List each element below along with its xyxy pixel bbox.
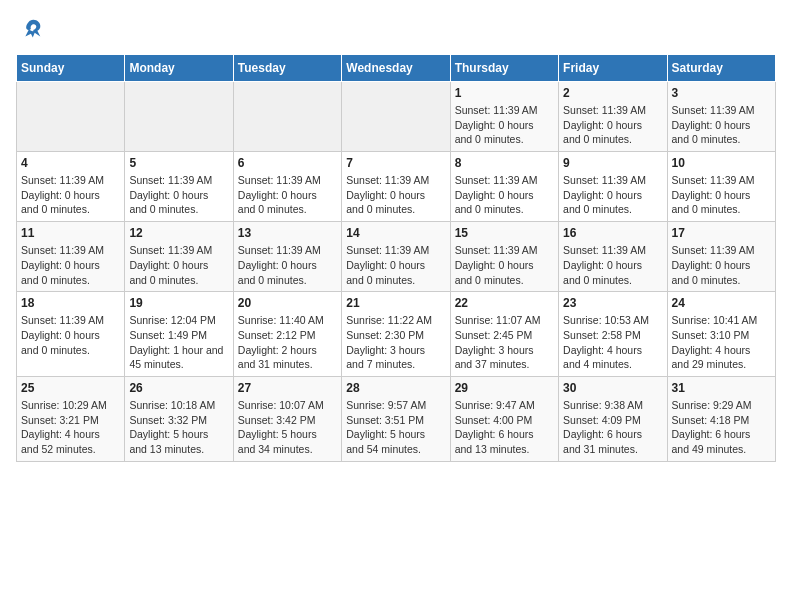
- calendar-cell: 13Sunset: 11:39 AM Daylight: 0 hours and…: [233, 222, 341, 292]
- day-number: 7: [346, 156, 445, 170]
- day-info: Sunrise: 11:07 AM Sunset: 2:45 PM Daylig…: [455, 313, 554, 372]
- day-of-week-header: Wednesday: [342, 55, 450, 82]
- calendar-table: SundayMondayTuesdayWednesdayThursdayFrid…: [16, 54, 776, 462]
- day-info: Sunset: 11:39 AM Daylight: 0 hours and 0…: [563, 173, 662, 217]
- calendar-week-row: 18Sunset: 11:39 AM Daylight: 0 hours and…: [17, 292, 776, 377]
- calendar-cell: 7Sunset: 11:39 AM Daylight: 0 hours and …: [342, 152, 450, 222]
- day-info: Sunset: 11:39 AM Daylight: 0 hours and 0…: [455, 173, 554, 217]
- day-info: Sunset: 11:39 AM Daylight: 0 hours and 0…: [672, 243, 771, 287]
- day-info: Sunset: 11:39 AM Daylight: 0 hours and 0…: [238, 243, 337, 287]
- calendar-week-row: 11Sunset: 11:39 AM Daylight: 0 hours and…: [17, 222, 776, 292]
- calendar-cell: [17, 82, 125, 152]
- calendar-cell: 18Sunset: 11:39 AM Daylight: 0 hours and…: [17, 292, 125, 377]
- day-info: Sunrise: 9:47 AM Sunset: 4:00 PM Dayligh…: [455, 398, 554, 457]
- day-number: 21: [346, 296, 445, 310]
- logo: [16, 16, 48, 44]
- day-number: 11: [21, 226, 120, 240]
- day-number: 18: [21, 296, 120, 310]
- day-number: 12: [129, 226, 228, 240]
- day-number: 29: [455, 381, 554, 395]
- day-number: 17: [672, 226, 771, 240]
- calendar-week-row: 1Sunset: 11:39 AM Daylight: 0 hours and …: [17, 82, 776, 152]
- day-info: Sunset: 11:39 AM Daylight: 0 hours and 0…: [129, 243, 228, 287]
- calendar-cell: 8Sunset: 11:39 AM Daylight: 0 hours and …: [450, 152, 558, 222]
- day-info: Sunset: 11:39 AM Daylight: 0 hours and 0…: [21, 173, 120, 217]
- day-number: 20: [238, 296, 337, 310]
- day-number: 16: [563, 226, 662, 240]
- day-info: Sunrise: 11:22 AM Sunset: 2:30 PM Daylig…: [346, 313, 445, 372]
- day-of-week-header: Friday: [559, 55, 667, 82]
- day-info: Sunrise: 10:41 AM Sunset: 3:10 PM Daylig…: [672, 313, 771, 372]
- day-of-week-header: Saturday: [667, 55, 775, 82]
- calendar-week-row: 4Sunset: 11:39 AM Daylight: 0 hours and …: [17, 152, 776, 222]
- calendar-week-row: 25Sunrise: 10:29 AM Sunset: 3:21 PM Dayl…: [17, 376, 776, 461]
- day-number: 25: [21, 381, 120, 395]
- day-info: Sunset: 11:39 AM Daylight: 0 hours and 0…: [672, 173, 771, 217]
- day-info: Sunset: 11:39 AM Daylight: 0 hours and 0…: [21, 243, 120, 287]
- calendar-cell: 22Sunrise: 11:07 AM Sunset: 2:45 PM Dayl…: [450, 292, 558, 377]
- day-number: 28: [346, 381, 445, 395]
- calendar-cell: 12Sunset: 11:39 AM Daylight: 0 hours and…: [125, 222, 233, 292]
- day-number: 5: [129, 156, 228, 170]
- calendar-cell: 15Sunset: 11:39 AM Daylight: 0 hours and…: [450, 222, 558, 292]
- day-info: Sunset: 11:39 AM Daylight: 0 hours and 0…: [672, 103, 771, 147]
- day-number: 27: [238, 381, 337, 395]
- calendar-cell: 23Sunrise: 10:53 AM Sunset: 2:58 PM Dayl…: [559, 292, 667, 377]
- day-info: Sunset: 11:39 AM Daylight: 0 hours and 0…: [563, 243, 662, 287]
- day-info: Sunrise: 10:29 AM Sunset: 3:21 PM Daylig…: [21, 398, 120, 457]
- calendar-cell: 19Sunrise: 12:04 PM Sunset: 1:49 PM Dayl…: [125, 292, 233, 377]
- day-number: 24: [672, 296, 771, 310]
- calendar-cell: 17Sunset: 11:39 AM Daylight: 0 hours and…: [667, 222, 775, 292]
- day-number: 6: [238, 156, 337, 170]
- page-header: [16, 16, 776, 44]
- calendar-cell: [233, 82, 341, 152]
- day-info: Sunset: 11:39 AM Daylight: 0 hours and 0…: [238, 173, 337, 217]
- day-number: 14: [346, 226, 445, 240]
- calendar-cell: 21Sunrise: 11:22 AM Sunset: 2:30 PM Dayl…: [342, 292, 450, 377]
- day-info: Sunset: 11:39 AM Daylight: 0 hours and 0…: [346, 173, 445, 217]
- day-of-week-header: Tuesday: [233, 55, 341, 82]
- calendar-cell: 4Sunset: 11:39 AM Daylight: 0 hours and …: [17, 152, 125, 222]
- calendar-cell: 27Sunrise: 10:07 AM Sunset: 3:42 PM Dayl…: [233, 376, 341, 461]
- calendar-cell: 11Sunset: 11:39 AM Daylight: 0 hours and…: [17, 222, 125, 292]
- calendar-cell: 1Sunset: 11:39 AM Daylight: 0 hours and …: [450, 82, 558, 152]
- day-number: 4: [21, 156, 120, 170]
- calendar-cell: 26Sunrise: 10:18 AM Sunset: 3:32 PM Dayl…: [125, 376, 233, 461]
- calendar-cell: 29Sunrise: 9:47 AM Sunset: 4:00 PM Dayli…: [450, 376, 558, 461]
- calendar-cell: 3Sunset: 11:39 AM Daylight: 0 hours and …: [667, 82, 775, 152]
- day-number: 3: [672, 86, 771, 100]
- day-number: 10: [672, 156, 771, 170]
- day-info: Sunrise: 12:04 PM Sunset: 1:49 PM Daylig…: [129, 313, 228, 372]
- day-number: 2: [563, 86, 662, 100]
- day-info: Sunset: 11:39 AM Daylight: 0 hours and 0…: [455, 103, 554, 147]
- calendar-cell: 28Sunrise: 9:57 AM Sunset: 3:51 PM Dayli…: [342, 376, 450, 461]
- calendar-cell: 24Sunrise: 10:41 AM Sunset: 3:10 PM Dayl…: [667, 292, 775, 377]
- calendar-cell: 25Sunrise: 10:29 AM Sunset: 3:21 PM Dayl…: [17, 376, 125, 461]
- calendar-cell: 30Sunrise: 9:38 AM Sunset: 4:09 PM Dayli…: [559, 376, 667, 461]
- day-info: Sunrise: 10:18 AM Sunset: 3:32 PM Daylig…: [129, 398, 228, 457]
- day-info: Sunrise: 10:53 AM Sunset: 2:58 PM Daylig…: [563, 313, 662, 372]
- calendar-header-row: SundayMondayTuesdayWednesdayThursdayFrid…: [17, 55, 776, 82]
- day-number: 9: [563, 156, 662, 170]
- day-of-week-header: Monday: [125, 55, 233, 82]
- day-info: Sunset: 11:39 AM Daylight: 0 hours and 0…: [455, 243, 554, 287]
- day-number: 30: [563, 381, 662, 395]
- day-of-week-header: Thursday: [450, 55, 558, 82]
- day-info: Sunrise: 9:57 AM Sunset: 3:51 PM Dayligh…: [346, 398, 445, 457]
- day-number: 13: [238, 226, 337, 240]
- calendar-cell: 6Sunset: 11:39 AM Daylight: 0 hours and …: [233, 152, 341, 222]
- day-info: Sunset: 11:39 AM Daylight: 0 hours and 0…: [346, 243, 445, 287]
- day-info: Sunset: 11:39 AM Daylight: 0 hours and 0…: [563, 103, 662, 147]
- calendar-cell: 31Sunrise: 9:29 AM Sunset: 4:18 PM Dayli…: [667, 376, 775, 461]
- day-info: Sunrise: 9:29 AM Sunset: 4:18 PM Dayligh…: [672, 398, 771, 457]
- calendar-cell: 20Sunrise: 11:40 AM Sunset: 2:12 PM Dayl…: [233, 292, 341, 377]
- day-info: Sunset: 11:39 AM Daylight: 0 hours and 0…: [129, 173, 228, 217]
- day-info: Sunrise: 9:38 AM Sunset: 4:09 PM Dayligh…: [563, 398, 662, 457]
- day-number: 22: [455, 296, 554, 310]
- day-of-week-header: Sunday: [17, 55, 125, 82]
- calendar-cell: 10Sunset: 11:39 AM Daylight: 0 hours and…: [667, 152, 775, 222]
- day-number: 23: [563, 296, 662, 310]
- calendar-cell: 5Sunset: 11:39 AM Daylight: 0 hours and …: [125, 152, 233, 222]
- day-number: 15: [455, 226, 554, 240]
- logo-bird-icon: [16, 16, 44, 44]
